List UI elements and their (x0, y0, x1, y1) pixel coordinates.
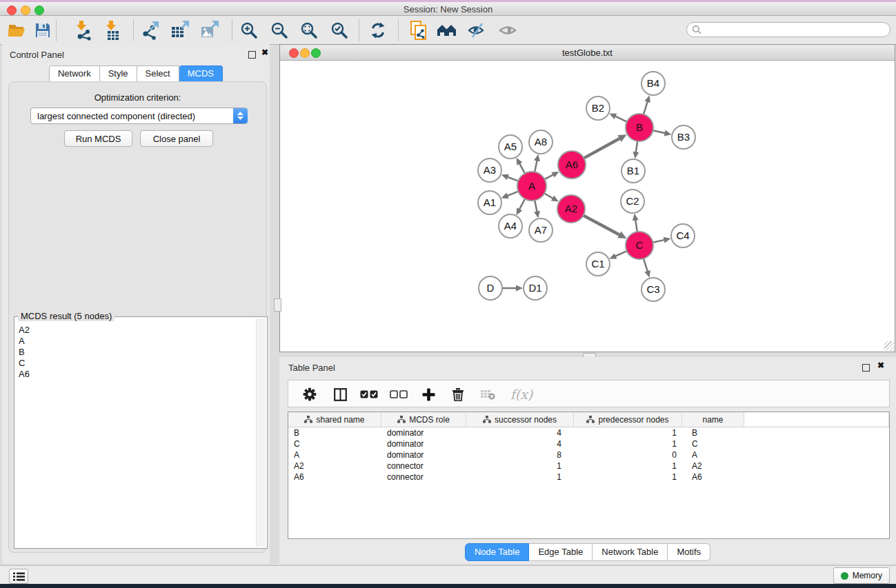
open-session-button[interactable] (6, 19, 29, 42)
hide-selected-button[interactable] (465, 19, 488, 42)
zoom-out-button[interactable] (268, 19, 291, 42)
window-resize-grip[interactable] (884, 341, 894, 351)
table-cell[interactable]: A2 (288, 461, 381, 471)
show-all-button[interactable] (496, 19, 519, 42)
tab-node-table[interactable]: Node Table (465, 543, 530, 561)
deselect-all-button[interactable] (388, 383, 410, 405)
edge-B-B4[interactable] (644, 101, 648, 114)
table-row[interactable]: Bdominator41B (288, 427, 889, 438)
export-image-button[interactable] (198, 19, 221, 42)
edge-A-A7[interactable] (535, 201, 537, 212)
run-mcds-button[interactable]: Run MCDS (64, 130, 132, 147)
table-cell[interactable]: C (682, 439, 744, 449)
new-network-from-selection-button[interactable] (407, 19, 430, 42)
table-cell[interactable]: connector (381, 472, 466, 482)
table-cell[interactable]: dominator (381, 428, 466, 438)
table-cell[interactable]: 8 (466, 450, 574, 460)
column-header-shared-name[interactable]: shared name (288, 412, 381, 427)
tab-motifs[interactable]: Motifs (668, 543, 710, 561)
close-table-panel-icon[interactable]: ✖ (877, 361, 884, 370)
table-cell[interactable]: A (682, 450, 744, 460)
table-cell[interactable]: 1 (574, 461, 682, 471)
table-cell[interactable]: connector (381, 461, 466, 471)
edge-C-C2[interactable] (635, 220, 637, 232)
column-header-predecessor-nodes[interactable]: predecessor nodes (574, 412, 682, 427)
table-cell[interactable]: B (682, 428, 744, 438)
search-input[interactable] (686, 22, 890, 37)
table-cell[interactable]: A (288, 450, 381, 460)
edge-C-C1[interactable] (615, 251, 627, 256)
optimization-select[interactable]: largest connected component (directed) (30, 108, 248, 124)
result-item[interactable]: A6 (16, 369, 256, 380)
table-cell[interactable]: A2 (682, 461, 744, 471)
node-table[interactable]: shared nameMCDS rolesuccessor nodesprede… (288, 412, 890, 539)
tab-edge-table[interactable]: Edge Table (529, 543, 593, 561)
first-neighbors-button[interactable] (435, 19, 459, 42)
mcds-result-list[interactable]: A2ABCA6 (16, 325, 256, 547)
refresh-button[interactable] (366, 19, 390, 42)
table-cell[interactable]: 1 (574, 439, 682, 449)
edge-A-A3[interactable] (507, 177, 518, 181)
edge-A2-C[interactable] (584, 215, 620, 234)
column-settings-button[interactable] (299, 383, 321, 405)
edge-B-B2[interactable] (615, 116, 626, 121)
result-item[interactable]: B (16, 347, 256, 358)
result-item[interactable]: A (16, 336, 256, 347)
table-cell[interactable]: 1 (574, 472, 682, 482)
tab-select[interactable]: Select (137, 65, 179, 82)
float-table-panel-icon[interactable] (862, 364, 870, 372)
table-cell[interactable]: dominator (381, 439, 466, 449)
edge-A-A8[interactable] (535, 160, 537, 172)
result-scrollbar[interactable] (256, 318, 266, 547)
save-session-button[interactable] (31, 19, 54, 42)
table-row[interactable]: A6connector11A6 (288, 472, 889, 483)
function-builder-button[interactable]: f(x) (506, 383, 537, 405)
table-row[interactable]: Adominator80A (288, 449, 889, 460)
column-header-name[interactable]: name (682, 412, 744, 427)
table-row[interactable]: A2connector11A2 (288, 460, 889, 472)
table-cell[interactable]: A6 (288, 472, 381, 482)
column-header-MCDS-role[interactable]: MCDS role (381, 412, 466, 427)
column-header-successor-nodes[interactable]: successor nodes (466, 412, 574, 427)
close-panel-icon[interactable]: ✖ (261, 48, 268, 57)
result-item[interactable]: C (16, 358, 256, 369)
vertical-splitter-grip[interactable] (274, 298, 281, 312)
close-panel-button[interactable]: Close panel (140, 130, 213, 147)
table-cell[interactable]: 4 (466, 428, 574, 438)
float-panel-icon[interactable] (248, 51, 256, 59)
table-cell[interactable]: 4 (466, 439, 574, 449)
table-cell[interactable]: dominator (381, 450, 466, 460)
network-window-titlebar[interactable]: testGlobe.txt (280, 45, 895, 61)
result-item[interactable]: A2 (16, 325, 256, 336)
create-column-button[interactable] (417, 383, 439, 405)
select-all-button[interactable] (358, 383, 380, 405)
delete-table-button[interactable] (477, 383, 499, 405)
edge-A-A4[interactable] (519, 199, 525, 210)
zoom-in-button[interactable] (237, 19, 261, 42)
table-cell[interactable]: 1 (466, 461, 574, 471)
import-table-button[interactable] (101, 19, 124, 42)
table-row[interactable]: Cdominator41C (288, 438, 889, 449)
edge-A6-B[interactable] (584, 138, 620, 158)
export-table-button[interactable] (168, 19, 192, 42)
table-cell[interactable]: 1 (574, 428, 682, 438)
delete-column-button[interactable] (447, 383, 469, 405)
edge-A-A5[interactable] (519, 163, 525, 174)
zoom-fit-button[interactable] (297, 19, 321, 42)
edge-A-A6[interactable] (545, 174, 554, 179)
import-network-button[interactable] (71, 19, 94, 42)
table-cell[interactable]: 0 (574, 450, 682, 460)
toggle-columns-button[interactable] (329, 383, 351, 405)
edge-A-A1[interactable] (507, 192, 518, 196)
table-cell[interactable]: C (288, 439, 381, 449)
table-cell[interactable]: 1 (466, 472, 574, 482)
edge-B-B3[interactable] (653, 130, 666, 133)
edge-C-C4[interactable] (653, 240, 665, 243)
export-network-button[interactable] (139, 19, 162, 42)
edge-C-C3[interactable] (644, 258, 648, 272)
tab-network[interactable]: Network (49, 65, 100, 82)
edge-A-A2[interactable] (544, 194, 553, 199)
show-panel-list-button[interactable] (9, 569, 28, 584)
network-canvas[interactable]: B4B2BB3A8A5A6B1A3AA1C2A2A4A7C4CC1C3DD1 (280, 61, 895, 352)
tab-mcds[interactable]: MCDS (179, 65, 223, 82)
